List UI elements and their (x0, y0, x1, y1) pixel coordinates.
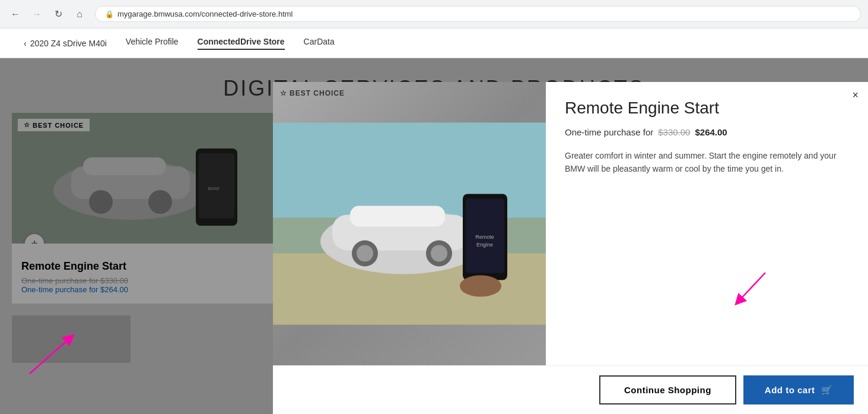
svg-point-38 (460, 276, 501, 297)
modal-footer: Continue Shopping Add to cart 🛒 (273, 365, 868, 414)
address-bar[interactable]: 🔒 mygarage.bmwusa.com/connected-drive-st… (95, 6, 861, 22)
reload-button[interactable]: ↻ (50, 6, 66, 23)
back-button[interactable]: ← (7, 6, 24, 23)
add-to-cart-button[interactable]: Add to cart 🛒 (743, 375, 854, 404)
modal-sale-price: $264.00 (695, 127, 727, 137)
svg-point-33 (431, 245, 447, 262)
modal-badge: ☆ BEST CHOICE (280, 89, 345, 97)
modal-star-icon: ☆ (280, 89, 287, 97)
svg-text:Remote: Remote (475, 234, 494, 240)
svg-rect-29 (350, 206, 445, 227)
home-button[interactable]: ⌂ (71, 6, 88, 23)
back-chevron: ‹ (24, 39, 27, 48)
modal-close-button[interactable]: × (852, 89, 859, 102)
modal-original-price: $330.00 (658, 127, 690, 137)
modal-badge-label: BEST CHOICE (290, 89, 345, 97)
back-link-label: 2020 Z4 sDrive M40i (30, 39, 107, 48)
modal-image-svg: Remote Engine (273, 82, 546, 365)
modal-product-image: ☆ BEST CHOICE (273, 82, 546, 365)
modal-details: Remote Engine Start One-time purchase fo… (546, 82, 868, 365)
nav-vehicle-profile[interactable]: Vehicle Profile (126, 37, 179, 50)
product-modal: × ☆ BEST CHOICE (273, 82, 868, 414)
modal-price-intro: One-time purchase for (565, 127, 653, 137)
modal-description: Greater comfort in winter and summer. St… (565, 149, 849, 176)
browser-nav: ← → ↻ ⌂ (7, 6, 88, 23)
main-content: DIGITAL SERVICES AND PRODUCTS ☆ BEST CHO… (0, 58, 868, 414)
site-nav: ‹ 2020 Z4 sDrive M40i Vehicle Profile Co… (0, 29, 868, 58)
svg-text:Engine: Engine (476, 242, 493, 248)
browser-chrome: ← → ↻ ⌂ 🔒 mygarage.bmwusa.com/connected-… (0, 0, 868, 29)
modal-content: ☆ BEST CHOICE (273, 82, 868, 365)
url-text: mygarage.bmwusa.com/connected-drive-stor… (117, 10, 293, 18)
nav-connected-drive-store[interactable]: ConnectedDrive Store (198, 37, 285, 50)
nav-car-data[interactable]: CarData (304, 37, 335, 50)
continue-shopping-button[interactable]: Continue Shopping (599, 375, 736, 404)
back-to-vehicle[interactable]: ‹ 2020 Z4 sDrive M40i (24, 39, 107, 48)
add-to-cart-label: Add to cart (765, 385, 815, 395)
forward-button[interactable]: → (28, 6, 45, 23)
security-icon: 🔒 (105, 10, 114, 18)
svg-point-31 (357, 245, 373, 262)
modal-price-row: One-time purchase for $330.00 $264.00 (565, 127, 849, 137)
modal-product-title: Remote Engine Start (565, 99, 849, 118)
cart-icon: 🛒 (821, 385, 833, 396)
